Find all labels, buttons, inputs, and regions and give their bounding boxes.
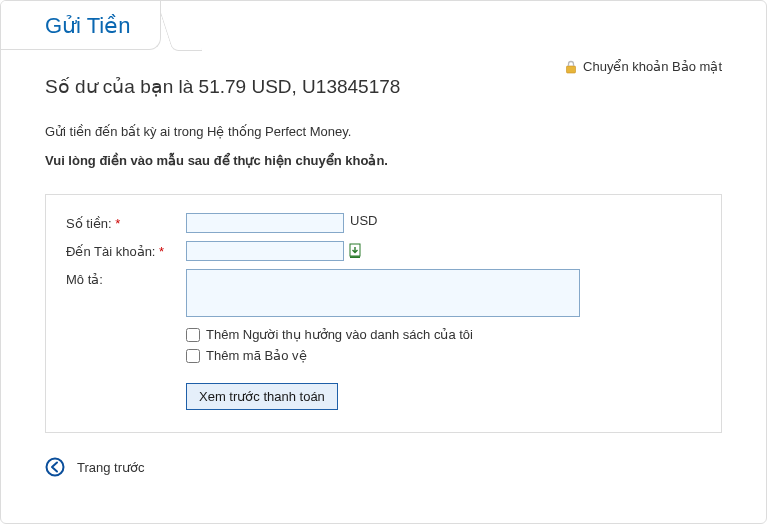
add-payee-checkbox[interactable] bbox=[186, 328, 200, 342]
secure-transfer-text: Chuyển khoản Bảo mật bbox=[583, 59, 722, 74]
add-payee-label: Thêm Người thụ hưởng vào danh sách của t… bbox=[206, 327, 473, 342]
add-payee-row[interactable]: Thêm Người thụ hưởng vào danh sách của t… bbox=[186, 327, 701, 342]
add-protection-checkbox[interactable] bbox=[186, 349, 200, 363]
send-money-card: Gửi Tiền Chuyển khoản Bảo mật Số dư của … bbox=[0, 0, 767, 524]
amount-unit: USD bbox=[350, 213, 377, 228]
memo-label: Mô tả: bbox=[66, 269, 186, 287]
to-account-input[interactable] bbox=[186, 241, 344, 261]
add-protection-label: Thêm mã Bảo vệ bbox=[206, 348, 307, 363]
preview-payment-button[interactable]: Xem trước thanh toán bbox=[186, 383, 338, 410]
balance-text: Số dư của bạn là 51.79 USD, U13845178 bbox=[45, 75, 722, 98]
to-account-row: Đến Tài khoản: * bbox=[66, 241, 701, 261]
tab-send-money[interactable]: Gửi Tiền bbox=[1, 1, 161, 50]
intro-text: Gửi tiền đến bất kỳ ai trong Hệ thống Pe… bbox=[45, 124, 722, 139]
to-account-label: Đến Tài khoản: * bbox=[66, 241, 186, 259]
back-link[interactable]: Trang trước bbox=[45, 457, 145, 477]
amount-label: Số tiền: * bbox=[66, 213, 186, 231]
svg-point-3 bbox=[47, 459, 64, 476]
memo-row: Mô tả: bbox=[66, 269, 701, 317]
amount-row: Số tiền: * USD bbox=[66, 213, 701, 233]
tab-header: Gửi Tiền bbox=[1, 1, 766, 51]
back-label: Trang trước bbox=[77, 460, 145, 475]
required-mark: * bbox=[159, 244, 164, 259]
secure-transfer-badge: Chuyển khoản Bảo mật bbox=[565, 59, 722, 74]
instruction-text: Vui lòng điền vào mẫu sau để thực hiện c… bbox=[45, 153, 722, 168]
amount-input[interactable] bbox=[186, 213, 344, 233]
svg-rect-0 bbox=[567, 66, 576, 73]
content-area: Chuyển khoản Bảo mật Số dư của bạn là 51… bbox=[1, 51, 766, 497]
memo-input[interactable] bbox=[186, 269, 580, 317]
arrow-left-circle-icon bbox=[45, 457, 65, 477]
required-mark: * bbox=[115, 216, 120, 231]
lock-icon bbox=[565, 60, 577, 74]
address-book-icon[interactable] bbox=[348, 243, 362, 259]
submit-row: Xem trước thanh toán bbox=[186, 383, 701, 410]
svg-rect-2 bbox=[350, 256, 360, 258]
transfer-form: Số tiền: * USD Đến Tài khoản: * bbox=[45, 194, 722, 433]
add-protection-row[interactable]: Thêm mã Bảo vệ bbox=[186, 348, 701, 363]
